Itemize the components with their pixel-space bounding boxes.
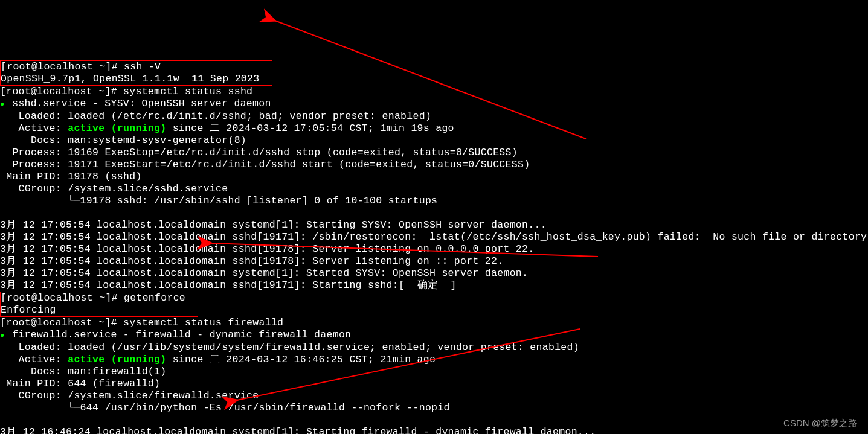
fw-docs: Docs: man:firewalld(1) [0,366,166,377]
fw-active-prefix: Active: [0,354,68,365]
prompt: [root@localhost ~]# [1,292,124,304]
cmd-getenforce: getenforce [124,292,185,304]
cmd-status-fw: systemctl status firewalld [123,317,283,328]
fw-loaded: Loaded: loaded (/usr/lib/systemd/system/… [0,342,579,353]
sshd-cgroup1: CGroup: /system.slice/sshd.service [0,183,228,194]
fw-log: 3月 12 16:46:24 localhost.localdomain sys… [0,426,596,434]
cmd-ssh-v: ssh -V [124,61,161,72]
sshd-log: 3月 12 17:05:54 localhost.localdomain ssh… [0,243,534,255]
prompt: [root@localhost ~]# [1,61,124,72]
fw-mainpid: Main PID: 644 (firewalld) [0,378,160,389]
fw-cgroup1: CGroup: /system.slice/firewalld.service [0,390,259,401]
fw-cgroup2: └─644 /usr/bin/python -Es /usr/sbin/fire… [0,402,450,413]
sshd-log: 3月 12 17:05:54 localhost.localdomain sys… [0,267,528,279]
sshd-log: 3月 12 17:05:54 localhost.localdomain sys… [0,219,547,231]
status-dot-icon: ● [0,98,6,110]
prompt: [root@localhost ~]# [0,317,123,328]
sshd-unit: sshd.service - SYSV: OpenSSH server daem… [12,98,271,109]
fw-active-suffix: since 二 2024-03-12 16:46:25 CST; 21min a… [166,354,436,365]
sshd-docs: Docs: man:systemd-sysv-generator(8) [0,135,246,146]
prompt: [root@localhost ~]# [0,86,123,97]
sshd-active-prefix: Active: [0,123,68,134]
sshd-log: 3月 12 17:05:54 localhost.localdomain ssh… [0,279,457,291]
sshd-log: 3月 12 17:05:54 localhost.localdomain ssh… [0,231,867,243]
box-getenforce: [root@localhost ~]# getenforce Enforcing [0,292,198,317]
sshd-proc2: Process: 19171 ExecStart=/etc/rc.d/init.… [0,159,530,170]
out-getenforce: Enforcing [1,304,56,316]
fw-active-state: active (running) [68,354,166,365]
sshd-active-state: active (running) [68,123,166,134]
sshd-active-suffix: since 二 2024-03-12 17:05:54 CST; 1min 19… [166,123,454,134]
sshd-log: 3月 12 17:05:54 localhost.localdomain ssh… [0,255,503,267]
status-dot-icon: ● [0,330,6,342]
sshd-loaded: Loaded: loaded (/etc/rc.d/init.d/sshd; b… [0,110,431,122]
sshd-mainpid: Main PID: 19178 (sshd) [0,171,142,182]
terminal[interactable]: [root@localhost ~]# ssh -V OpenSSH_9.7p1… [0,48,868,434]
sshd-cgroup2: └─19178 sshd: /usr/sbin/sshd [listener] … [0,195,437,206]
cmd-status-sshd: systemctl status sshd [123,86,252,97]
out-ssh-v: OpenSSH_9.7p1, OpenSSL 1.1.1w 11 Sep 202… [1,73,259,85]
sshd-proc1: Process: 19169 ExecStop=/etc/rc.d/init.d… [0,147,518,158]
box-ssh-version: [root@localhost ~]# ssh -V OpenSSH_9.7p1… [0,60,272,86]
watermark: CSDN @筑梦之路 [783,417,857,429]
fw-unit: firewalld.service - firewalld - dynamic … [12,329,351,340]
